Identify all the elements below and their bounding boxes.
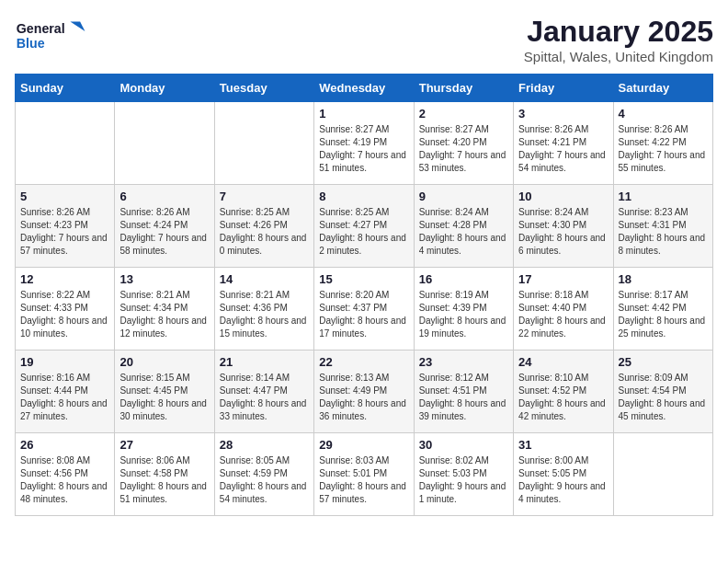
calendar-title: January 2025: [524, 15, 713, 49]
calendar-cell: 2Sunrise: 8:27 AM Sunset: 4:20 PM Daylig…: [414, 102, 513, 185]
day-number: 23: [419, 355, 508, 369]
svg-text:Blue: Blue: [17, 36, 45, 51]
calendar-cell: 6Sunrise: 8:26 AM Sunset: 4:24 PM Daylig…: [115, 185, 214, 268]
day-number: 28: [220, 438, 309, 452]
day-number: 8: [319, 190, 408, 203]
day-number: 27: [119, 438, 209, 452]
calendar-cell: 25Sunrise: 8:09 AM Sunset: 4:54 PM Dayli…: [613, 350, 712, 433]
day-info: Sunrise: 8:20 AM Sunset: 4:37 PM Dayligh…: [319, 289, 408, 340]
day-number: 16: [419, 272, 508, 286]
calendar-cell: 12Sunrise: 8:22 AM Sunset: 4:33 PM Dayli…: [16, 268, 115, 350]
day-info: Sunrise: 8:05 AM Sunset: 4:59 PM Dayligh…: [220, 454, 309, 506]
weekday-header-wednesday: Wednesday: [314, 75, 414, 102]
day-number: 19: [20, 355, 109, 369]
calendar-cell: 9Sunrise: 8:24 AM Sunset: 4:28 PM Daylig…: [414, 185, 513, 268]
day-number: 14: [220, 272, 309, 286]
calendar-cell: 27Sunrise: 8:06 AM Sunset: 4:58 PM Dayli…: [115, 433, 214, 516]
calendar-cell: 4Sunrise: 8:26 AM Sunset: 4:22 PM Daylig…: [613, 102, 712, 185]
day-info: Sunrise: 8:27 AM Sunset: 4:20 PM Dayligh…: [419, 123, 508, 175]
day-info: Sunrise: 8:25 AM Sunset: 4:27 PM Dayligh…: [319, 206, 408, 258]
calendar-cell: 19Sunrise: 8:16 AM Sunset: 4:44 PM Dayli…: [16, 350, 115, 433]
weekday-header-tuesday: Tuesday: [214, 75, 313, 102]
logo: General Blue: [15, 15, 88, 56]
day-info: Sunrise: 8:12 AM Sunset: 4:51 PM Dayligh…: [419, 372, 508, 423]
calendar-cell: 10Sunrise: 8:24 AM Sunset: 4:30 PM Dayli…: [514, 185, 613, 268]
logo-svg: General Blue: [15, 15, 88, 56]
day-number: 11: [619, 190, 708, 203]
day-number: 29: [319, 438, 408, 452]
day-number: 6: [119, 190, 209, 203]
day-info: Sunrise: 8:10 AM Sunset: 4:52 PM Dayligh…: [518, 372, 608, 423]
day-info: Sunrise: 8:02 AM Sunset: 5:03 PM Dayligh…: [419, 454, 508, 506]
calendar-cell: 31Sunrise: 8:00 AM Sunset: 5:05 PM Dayli…: [514, 433, 613, 516]
calendar-subtitle: Spittal, Wales, United Kingdom: [524, 49, 713, 64]
calendar-cell: [115, 102, 214, 185]
svg-marker-2: [70, 21, 85, 31]
day-info: Sunrise: 8:03 AM Sunset: 5:01 PM Dayligh…: [319, 454, 408, 506]
day-number: 24: [518, 355, 608, 369]
day-number: 1: [319, 107, 408, 121]
day-info: Sunrise: 8:26 AM Sunset: 4:21 PM Dayligh…: [518, 123, 608, 175]
calendar-cell: 28Sunrise: 8:05 AM Sunset: 4:59 PM Dayli…: [214, 433, 313, 516]
day-number: 30: [419, 438, 508, 452]
calendar-cell: [16, 102, 115, 185]
day-number: 25: [619, 355, 708, 369]
calendar-cell: 15Sunrise: 8:20 AM Sunset: 4:37 PM Dayli…: [314, 268, 414, 350]
page-header: General Blue January 2025 Spittal, Wales…: [15, 15, 713, 64]
day-info: Sunrise: 8:14 AM Sunset: 4:47 PM Dayligh…: [220, 372, 309, 423]
day-number: 26: [20, 438, 109, 452]
weekday-header-thursday: Thursday: [414, 75, 513, 102]
day-info: Sunrise: 8:26 AM Sunset: 4:22 PM Dayligh…: [619, 123, 708, 175]
day-info: Sunrise: 8:22 AM Sunset: 4:33 PM Dayligh…: [20, 289, 109, 340]
calendar-cell: [214, 102, 313, 185]
day-number: 21: [220, 355, 309, 369]
day-number: 18: [619, 272, 708, 286]
day-number: 12: [20, 272, 109, 286]
week-row-5: 26Sunrise: 8:08 AM Sunset: 4:56 PM Dayli…: [16, 433, 713, 516]
day-info: Sunrise: 8:00 AM Sunset: 5:05 PM Dayligh…: [518, 454, 608, 506]
day-number: 17: [518, 272, 608, 286]
week-row-1: 1Sunrise: 8:27 AM Sunset: 4:19 PM Daylig…: [16, 102, 713, 185]
calendar-cell: 5Sunrise: 8:26 AM Sunset: 4:23 PM Daylig…: [16, 185, 115, 268]
calendar-cell: 14Sunrise: 8:21 AM Sunset: 4:36 PM Dayli…: [214, 268, 313, 350]
day-info: Sunrise: 8:24 AM Sunset: 4:28 PM Dayligh…: [419, 206, 508, 258]
day-number: 10: [518, 190, 608, 203]
day-info: Sunrise: 8:21 AM Sunset: 4:34 PM Dayligh…: [119, 289, 209, 340]
calendar-cell: 11Sunrise: 8:23 AM Sunset: 4:31 PM Dayli…: [613, 185, 712, 268]
calendar-cell: 21Sunrise: 8:14 AM Sunset: 4:47 PM Dayli…: [214, 350, 313, 433]
calendar-cell: 20Sunrise: 8:15 AM Sunset: 4:45 PM Dayli…: [115, 350, 214, 433]
day-info: Sunrise: 8:26 AM Sunset: 4:23 PM Dayligh…: [20, 206, 109, 258]
weekday-header-friday: Friday: [514, 75, 613, 102]
calendar-cell: 24Sunrise: 8:10 AM Sunset: 4:52 PM Dayli…: [514, 350, 613, 433]
calendar-cell: 1Sunrise: 8:27 AM Sunset: 4:19 PM Daylig…: [314, 102, 414, 185]
day-info: Sunrise: 8:08 AM Sunset: 4:56 PM Dayligh…: [20, 454, 109, 506]
calendar-cell: 13Sunrise: 8:21 AM Sunset: 4:34 PM Dayli…: [115, 268, 214, 350]
calendar-cell: [613, 433, 712, 516]
day-number: 13: [119, 272, 209, 286]
day-number: 5: [20, 190, 109, 203]
day-info: Sunrise: 8:24 AM Sunset: 4:30 PM Dayligh…: [518, 206, 608, 258]
day-info: Sunrise: 8:26 AM Sunset: 4:24 PM Dayligh…: [119, 206, 209, 258]
day-number: 9: [419, 190, 508, 203]
day-number: 31: [518, 438, 608, 452]
day-info: Sunrise: 8:23 AM Sunset: 4:31 PM Dayligh…: [619, 206, 708, 258]
day-number: 7: [220, 190, 309, 203]
day-info: Sunrise: 8:21 AM Sunset: 4:36 PM Dayligh…: [220, 289, 309, 340]
weekday-header-saturday: Saturday: [613, 75, 712, 102]
calendar-cell: 17Sunrise: 8:18 AM Sunset: 4:40 PM Dayli…: [514, 268, 613, 350]
weekday-header-sunday: Sunday: [16, 75, 115, 102]
day-info: Sunrise: 8:06 AM Sunset: 4:58 PM Dayligh…: [119, 454, 209, 506]
day-number: 4: [619, 107, 708, 121]
day-info: Sunrise: 8:27 AM Sunset: 4:19 PM Dayligh…: [319, 123, 408, 175]
calendar-cell: 30Sunrise: 8:02 AM Sunset: 5:03 PM Dayli…: [414, 433, 513, 516]
calendar-cell: 22Sunrise: 8:13 AM Sunset: 4:49 PM Dayli…: [314, 350, 414, 433]
day-number: 20: [119, 355, 209, 369]
title-block: January 2025 Spittal, Wales, United King…: [524, 15, 713, 64]
calendar-cell: 16Sunrise: 8:19 AM Sunset: 4:39 PM Dayli…: [414, 268, 513, 350]
calendar-cell: 26Sunrise: 8:08 AM Sunset: 4:56 PM Dayli…: [16, 433, 115, 516]
calendar-cell: 3Sunrise: 8:26 AM Sunset: 4:21 PM Daylig…: [514, 102, 613, 185]
day-info: Sunrise: 8:17 AM Sunset: 4:42 PM Dayligh…: [619, 289, 708, 340]
svg-text:General: General: [17, 21, 65, 36]
calendar-cell: 23Sunrise: 8:12 AM Sunset: 4:51 PM Dayli…: [414, 350, 513, 433]
day-number: 15: [319, 272, 408, 286]
